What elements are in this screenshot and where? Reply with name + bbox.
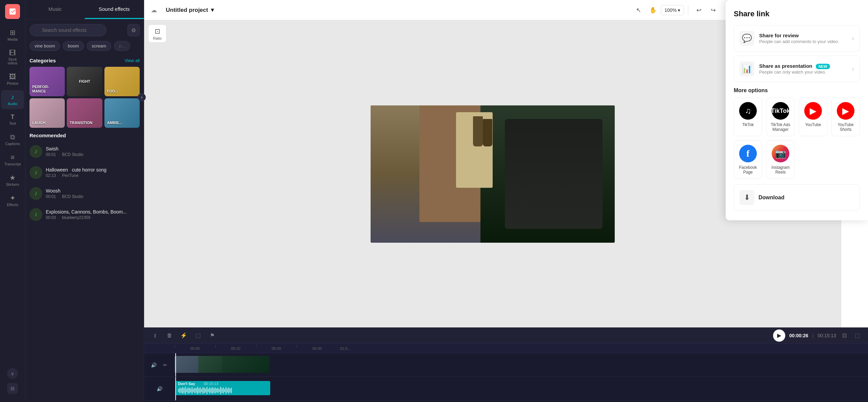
category-card-fight[interactable]: FIGHT: [67, 67, 102, 96]
ratio-button[interactable]: ⊡ Ratio: [148, 24, 166, 43]
waveform-bar: [231, 388, 232, 393]
undo-button[interactable]: ↩: [692, 4, 705, 17]
sidebar-label-photos: Photos: [7, 81, 18, 85]
track-info-woosh: Woosh 00:01 · BCD Studio: [46, 188, 140, 199]
video-track-controls: 🔊 ✏: [144, 360, 175, 370]
sidebar-item-effects[interactable]: ✦ Effects: [1, 191, 24, 210]
audio-track-clip[interactable]: Don't Say: [175, 381, 270, 395]
tag-vine-boom[interactable]: vine boom: [29, 41, 60, 51]
sidebar-item-captions[interactable]: ⧉ Captions: [1, 130, 24, 149]
waveform-bar: [201, 389, 202, 393]
comment-icon: 💬: [742, 34, 752, 43]
waveform-bar: [206, 387, 208, 394]
hand-icon: ✋: [649, 6, 657, 14]
video-volume-button[interactable]: 🔊: [149, 360, 158, 370]
youtube-symbol: ▶: [810, 106, 816, 116]
track-play-icon[interactable]: ♪: [29, 145, 42, 158]
app-logo[interactable]: [5, 4, 20, 19]
sidebar-item-stock[interactable]: 🎞 Stock videos: [1, 46, 24, 68]
sidebar-label-text: Text: [9, 121, 16, 125]
download-section[interactable]: ⬇ Download: [734, 184, 860, 211]
sidebar-item-photos[interactable]: 🖼 Photos: [1, 70, 24, 89]
search-input[interactable]: [29, 24, 106, 36]
waveform-bar: [212, 387, 213, 394]
hand-tool-button[interactable]: ✋: [647, 4, 659, 17]
tag-boom[interactable]: boom: [63, 41, 84, 51]
tab-music[interactable]: Music: [25, 0, 85, 19]
tiktok-ads-symbol: TikTok: [771, 107, 790, 115]
undo-icon: ↩: [696, 6, 702, 14]
timeline-cursor-video: [175, 353, 176, 377]
tl-flag-button[interactable]: ⚑: [206, 330, 218, 341]
categories-nav-arrow[interactable]: ›: [138, 93, 146, 101]
platform-youtube[interactable]: ▶ YouTube: [799, 98, 827, 136]
sidebar-extra-btn[interactable]: ⊟: [7, 383, 18, 394]
filter-button[interactable]: ⚙: [127, 24, 140, 36]
waveform-bar: [183, 388, 184, 393]
track-meta: 00:01 · BCD Studio: [46, 152, 140, 157]
sidebar-item-stickers[interactable]: ★ Stickers: [1, 171, 24, 190]
category-card-laugh[interactable]: LAUGH: [29, 98, 65, 128]
tl-fullscreen-button[interactable]: ⬚: [852, 330, 863, 341]
waveform-bar: [192, 387, 193, 394]
platform-tiktok-ads[interactable]: TikTok TikTok Ads Manager: [766, 98, 795, 136]
track-play-icon-halloween[interactable]: ♪: [29, 166, 42, 179]
sidebar-collapse-button[interactable]: ∨: [7, 368, 18, 379]
view-all-button[interactable]: View all: [124, 58, 140, 63]
waveform-bar: [225, 387, 226, 394]
track-item-explosions[interactable]: ♪ Explosions, Cannons, Bombs, Boom... 00…: [25, 204, 144, 225]
category-card-performance[interactable]: PERFOR-MANCE: [29, 67, 65, 96]
category-card-food[interactable]: FOO...: [104, 67, 140, 96]
track-list: ♪ Swish 00:01 · BCD Studio ♪ Halloween ·…: [25, 141, 144, 402]
track-play-icon-explosions[interactable]: ♪: [29, 208, 42, 221]
sidebar-item-transcript[interactable]: ≡ Transcript: [1, 150, 24, 169]
tl-align-icon: ⫿: [154, 333, 157, 339]
tag-scream[interactable]: scream: [87, 41, 112, 51]
share-presentation-option[interactable]: 📊 Share as presentation NEW People can o…: [734, 56, 860, 82]
waveform-bar: [220, 387, 221, 394]
audio-volume-button[interactable]: 🔊: [155, 384, 164, 394]
category-card-ambient[interactable]: AMBIE...: [104, 98, 140, 128]
tl-split-button[interactable]: ⚡: [178, 330, 190, 341]
platform-instagram[interactable]: 📷 Instagram Reels: [766, 140, 795, 179]
tl-frame-button[interactable]: ⬚: [192, 330, 204, 341]
audio-icon: ♪: [11, 94, 14, 100]
platform-tiktok[interactable]: ♫ TikTok: [734, 98, 762, 136]
tl-align-button[interactable]: ⫿: [150, 330, 161, 341]
tl-delete-button[interactable]: 🗑: [164, 330, 175, 341]
video-thumb-1: [175, 356, 198, 373]
track-item-woosh[interactable]: ♪ Woosh 00:01 · BCD Studio: [25, 183, 144, 204]
sidebar-item-audio[interactable]: ♪ Audio: [1, 90, 24, 109]
tab-sound-effects[interactable]: Sound effects: [85, 0, 144, 19]
cursor-tool-button[interactable]: ↖: [632, 4, 645, 17]
audio-clip-label: Don't Say: [178, 382, 195, 386]
video-edit-button[interactable]: ✏: [160, 360, 170, 370]
video-thumb-3: [222, 356, 270, 373]
track-item-swish[interactable]: ♪ Swish 00:01 · BCD Studio: [25, 141, 144, 162]
waveform-bar: [221, 388, 222, 393]
waveform-bar: [228, 387, 229, 394]
category-card-transition[interactable]: TRANSITION: [67, 98, 102, 128]
track-info-explosions: Explosions, Cannons, Bombs, Boom... 00:0…: [46, 209, 140, 220]
share-review-option[interactable]: 💬 Share for review People can add commen…: [734, 25, 860, 52]
sidebar-label-captions: Captions: [5, 142, 20, 146]
video-track-clip[interactable]: [175, 356, 270, 373]
zoom-selector[interactable]: 100% ▾: [661, 5, 684, 15]
audio-panel: Music Sound effects 🔍 ⚙ vine boom boom s…: [25, 0, 144, 402]
redo-button[interactable]: ↪: [707, 4, 719, 17]
tl-play-button[interactable]: ▶: [773, 329, 785, 342]
zoom-value: 100%: [665, 7, 677, 13]
tl-resize-button[interactable]: ⊡: [839, 330, 850, 341]
track-item-halloween[interactable]: ♪ Halloween · cute horror song 02:13 · P…: [25, 162, 144, 183]
sidebar-label-stock: Stock videos: [4, 58, 21, 65]
download-arrow-icon: ⬇: [744, 193, 750, 202]
track-play-icon-woosh[interactable]: ♪: [29, 187, 42, 200]
sidebar-item-media[interactable]: ⊞ Media: [1, 26, 24, 45]
sidebar-label-effects: Effects: [7, 203, 18, 207]
sidebar-item-text[interactable]: T Text: [1, 110, 24, 129]
platform-youtube-shorts[interactable]: ▶ YouTube Shorts: [831, 98, 860, 136]
project-name-button[interactable]: Untitled project ▾: [162, 4, 217, 16]
waveform-bar: [193, 389, 194, 392]
tag-more[interactable]: p...: [114, 41, 130, 51]
platform-facebook[interactable]: f Facebook Page: [734, 140, 762, 179]
